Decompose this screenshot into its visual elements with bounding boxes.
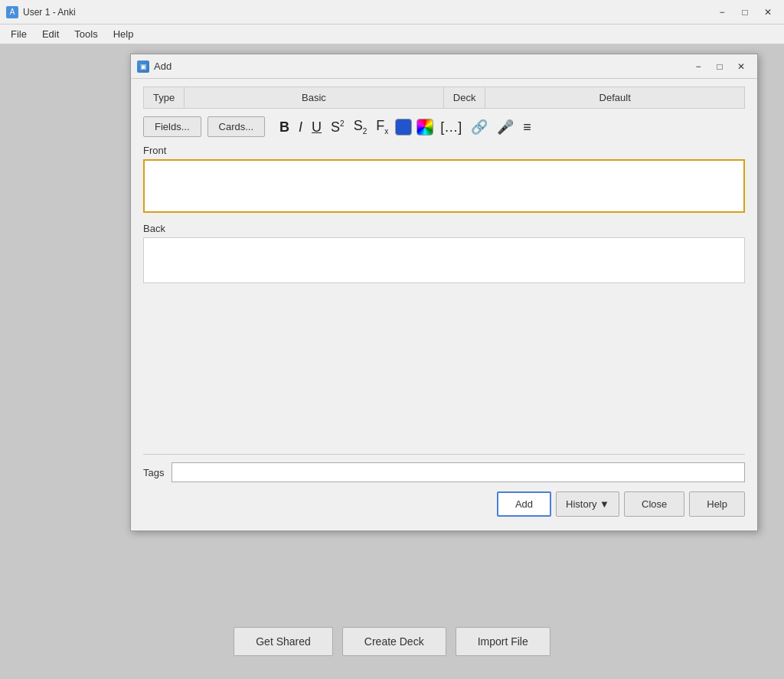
- cards-button[interactable]: Cards...: [207, 116, 266, 137]
- link-button[interactable]: 🔗: [469, 119, 490, 135]
- menu-bar: File Edit Tools Help: [0, 24, 784, 44]
- brackets-button[interactable]: […]: [438, 119, 464, 135]
- back-input[interactable]: [143, 237, 745, 283]
- deck-label: Deck: [444, 87, 486, 108]
- microphone-button[interactable]: 🎤: [495, 119, 516, 135]
- more-options-button[interactable]: ≡: [521, 119, 534, 135]
- tags-row: Tags: [143, 454, 745, 482]
- dialog-minimize-button[interactable]: −: [688, 59, 708, 74]
- action-row: Add History ▼ Close Help: [143, 491, 745, 523]
- get-shared-button[interactable]: Get Shared: [234, 627, 333, 656]
- close-button[interactable]: Close: [624, 491, 684, 517]
- function-button[interactable]: Fx: [374, 117, 390, 137]
- dialog-close-button[interactable]: ✕: [731, 59, 751, 74]
- menu-help[interactable]: Help: [106, 26, 142, 42]
- back-label: Back: [143, 223, 745, 234]
- window-title: User 1 - Anki: [23, 7, 712, 18]
- tags-label: Tags: [143, 467, 164, 478]
- toolbar-row: Fields... Cards... B I U S2 S2 Fx […] 🔗 …: [143, 116, 745, 137]
- superscript-button[interactable]: S2: [328, 119, 347, 135]
- fields-button[interactable]: Fields...: [143, 116, 201, 137]
- color-picker-rainbow[interactable]: [416, 119, 433, 135]
- bottom-button-group: Get Shared Create Deck Import File: [234, 627, 550, 656]
- front-label: Front: [143, 145, 745, 156]
- front-input[interactable]: [143, 159, 745, 213]
- close-window-button[interactable]: ✕: [758, 5, 778, 20]
- help-button[interactable]: Help: [689, 491, 745, 517]
- dialog-controls: − □ ✕: [688, 59, 751, 74]
- title-bar: A User 1 - Anki − □ ✕: [0, 0, 784, 24]
- italic-button[interactable]: I: [296, 119, 305, 135]
- bold-button[interactable]: B: [277, 119, 292, 135]
- add-dialog: ▣ Add − □ ✕ Type Basic Deck Default Fiel…: [130, 54, 758, 531]
- color-picker-blue[interactable]: [395, 119, 412, 135]
- import-file-button[interactable]: Import File: [456, 627, 550, 656]
- type-selector[interactable]: Basic: [185, 87, 444, 108]
- minimize-button[interactable]: −: [712, 5, 732, 20]
- deck-selector[interactable]: Default: [485, 87, 744, 108]
- type-label: Type: [144, 87, 185, 108]
- menu-file[interactable]: File: [3, 26, 34, 42]
- maximize-button[interactable]: □: [735, 5, 755, 20]
- subscript-button[interactable]: S2: [351, 117, 370, 137]
- format-toolbar: B I U S2 S2 Fx […] 🔗 🎤 ≡: [277, 117, 534, 137]
- add-button[interactable]: Add: [497, 491, 551, 517]
- type-deck-row: Type Basic Deck Default: [143, 87, 745, 109]
- app-icon: A: [6, 6, 18, 18]
- dialog-content: Type Basic Deck Default Fields... Cards.…: [131, 79, 757, 530]
- underline-button[interactable]: U: [309, 119, 324, 135]
- history-button[interactable]: History ▼: [556, 491, 619, 517]
- menu-tools[interactable]: Tools: [67, 26, 105, 42]
- dialog-title: Add: [154, 60, 688, 72]
- empty-area: [143, 293, 745, 446]
- create-deck-button[interactable]: Create Deck: [342, 627, 446, 656]
- menu-edit[interactable]: Edit: [34, 26, 67, 42]
- dialog-maximize-button[interactable]: □: [710, 59, 730, 74]
- dialog-title-bar: ▣ Add − □ ✕: [131, 54, 757, 79]
- dialog-icon: ▣: [137, 60, 149, 73]
- window-controls: − □ ✕: [712, 5, 778, 20]
- tags-input[interactable]: [172, 462, 745, 482]
